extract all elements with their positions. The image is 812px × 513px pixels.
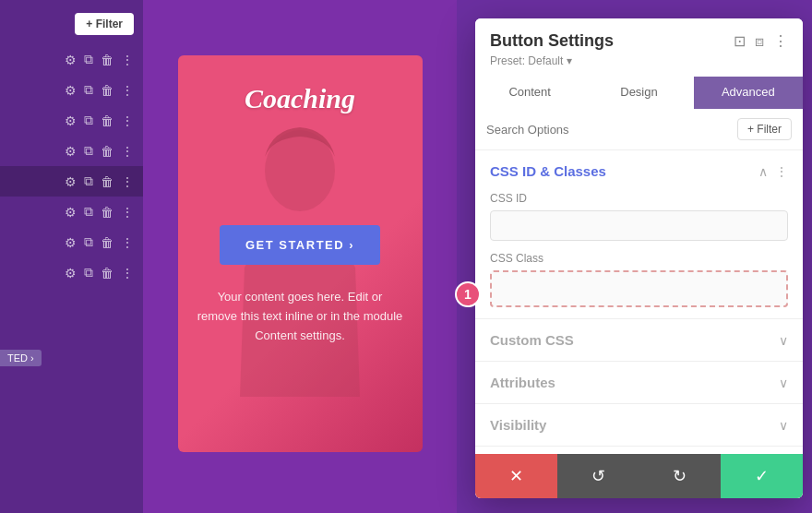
- settings-icon-4[interactable]: ⚙: [65, 144, 77, 159]
- more-icon-8[interactable]: ⋮: [121, 266, 134, 280]
- section-attributes-header[interactable]: Attributes ∨: [475, 362, 803, 403]
- section-css-id-classes: CSS ID & Classes ∧ ⋮ CSS ID CSS Class: [475, 150, 803, 319]
- expand-custom-css-icon[interactable]: ∨: [779, 333, 788, 348]
- tab-content[interactable]: Content: [475, 77, 584, 109]
- section-custom-css: Custom CSS ∨: [475, 319, 803, 362]
- trash-icon-4[interactable]: 🗑: [101, 144, 113, 159]
- trash-icon-6[interactable]: 🗑: [101, 205, 113, 220]
- expand-attributes-icon[interactable]: ∨: [779, 376, 788, 390]
- sidebar-row-5: ⚙ ⧉ 🗑 ⋮: [0, 166, 143, 197]
- settings-icon-8[interactable]: ⚙: [65, 266, 77, 280]
- left-sidebar: + Filter ⚙ ⧉ 🗑 ⋮ ⚙ ⧉ 🗑 ⋮ ⚙ ⧉ 🗑 ⋮ ⚙ ⧉ 🗑 ⋮…: [0, 0, 143, 513]
- more-icon-1[interactable]: ⋮: [121, 53, 134, 67]
- settings-icon-2[interactable]: ⚙: [65, 83, 77, 98]
- section-visibility-actions: ∨: [779, 418, 788, 433]
- undo-button[interactable]: ↺: [557, 454, 639, 498]
- settings-icon-7[interactable]: ⚙: [65, 235, 77, 250]
- copy-icon-3[interactable]: ⧉: [84, 113, 93, 128]
- preset-label[interactable]: Preset: Default ▾: [490, 54, 788, 67]
- trash-icon-7[interactable]: 🗑: [101, 235, 113, 250]
- panel-toolbar: ✕ ↺ ↻ ✓: [475, 454, 803, 498]
- panel-tabs: Content Design Advanced: [475, 77, 803, 109]
- more-icon-6[interactable]: ⋮: [121, 205, 134, 220]
- sidebar-row-4: ⚙ ⧉ 🗑 ⋮: [0, 136, 143, 166]
- section-css-id-classes-actions: ∧ ⋮: [758, 164, 788, 179]
- settings-icon-3[interactable]: ⚙: [65, 113, 77, 128]
- section-attributes-actions: ∨: [779, 376, 788, 390]
- css-id-input[interactable]: [490, 210, 788, 241]
- panel-body: CSS ID & Classes ∧ ⋮ CSS ID CSS Class Cu…: [475, 150, 803, 454]
- search-input[interactable]: [486, 123, 730, 137]
- panel-header: Button Settings ⊡ ⧈ ⋮ Preset: Default ▾: [475, 18, 803, 77]
- copy-icon-8[interactable]: ⧉: [84, 265, 93, 280]
- section-css-id-classes-title: CSS ID & Classes: [490, 163, 606, 179]
- expand-visibility-icon[interactable]: ∨: [779, 418, 788, 433]
- copy-icon-5[interactable]: ⧉: [84, 173, 93, 189]
- sidebar-row-2: ⚙ ⧉ 🗑 ⋮: [0, 75, 143, 105]
- section-attributes-title: Attributes: [490, 375, 555, 390]
- css-id-label: CSS ID: [490, 192, 788, 205]
- more-icon-4[interactable]: ⋮: [121, 144, 134, 159]
- coaching-card: Coaching GET STARTED › Your content goes…: [178, 55, 423, 452]
- panel-header-icons: ⊡ ⧈ ⋮: [734, 32, 788, 50]
- tab-design[interactable]: Design: [584, 77, 693, 109]
- trash-icon-1[interactable]: 🗑: [101, 53, 113, 67]
- copy-icon-6[interactable]: ⧉: [84, 204, 93, 220]
- section-more-icon[interactable]: ⋮: [775, 164, 788, 179]
- more-icon-7[interactable]: ⋮: [121, 235, 134, 250]
- copy-icon-2[interactable]: ⧉: [84, 82, 93, 98]
- more-icon-3[interactable]: ⋮: [121, 113, 134, 128]
- settings-icon-5[interactable]: ⚙: [65, 174, 77, 189]
- active-row-label: TED ›: [0, 350, 42, 366]
- expand-icon[interactable]: ⊡: [734, 32, 746, 50]
- css-class-field-group: CSS Class: [475, 252, 803, 318]
- step-indicator: 1: [455, 281, 481, 307]
- get-started-button[interactable]: GET STARTED ›: [220, 225, 380, 265]
- sidebar-filter-button[interactable]: + Filter: [75, 13, 134, 35]
- sidebar-row-7: ⚙ ⧉ 🗑 ⋮: [0, 227, 143, 257]
- section-custom-css-title: Custom CSS: [490, 332, 574, 348]
- main-content-area: Coaching GET STARTED › Your content goes…: [143, 0, 457, 513]
- split-icon[interactable]: ⧈: [755, 33, 764, 50]
- sidebar-row-6: ⚙ ⧉ 🗑 ⋮: [0, 197, 143, 227]
- panel-title: Button Settings: [490, 31, 614, 51]
- cancel-button[interactable]: ✕: [475, 454, 557, 498]
- sidebar-row-3: ⚙ ⧉ 🗑 ⋮: [0, 105, 143, 136]
- more-options-icon[interactable]: ⋮: [773, 32, 788, 50]
- trash-icon-5[interactable]: 🗑: [101, 174, 113, 189]
- filter-bar: + Filter: [0, 7, 143, 44]
- tab-advanced[interactable]: Advanced: [694, 77, 803, 109]
- settings-icon-1[interactable]: ⚙: [65, 53, 77, 67]
- sidebar-row-8: ⚙ ⧉ 🗑 ⋮: [0, 257, 143, 288]
- confirm-button[interactable]: ✓: [721, 454, 803, 498]
- css-class-label: CSS Class: [490, 252, 788, 265]
- settings-icon-6[interactable]: ⚙: [65, 205, 77, 220]
- copy-icon-7[interactable]: ⧉: [84, 234, 93, 250]
- more-icon-5[interactable]: ⋮: [121, 174, 134, 189]
- section-visibility-title: Visibility: [490, 417, 546, 433]
- section-visibility-header[interactable]: Visibility ∨: [475, 404, 803, 446]
- css-id-field-group: CSS ID: [475, 192, 803, 252]
- trash-icon-3[interactable]: 🗑: [101, 113, 113, 128]
- search-filter-button[interactable]: + Filter: [737, 118, 792, 140]
- collapse-icon[interactable]: ∧: [758, 164, 768, 179]
- sidebar-row-1: ⚙ ⧉ 🗑 ⋮: [0, 44, 143, 75]
- section-css-id-classes-header[interactable]: CSS ID & Classes ∧ ⋮: [475, 150, 803, 192]
- copy-icon-1[interactable]: ⧉: [84, 52, 93, 67]
- redo-button[interactable]: ↻: [639, 454, 722, 498]
- trash-icon-2[interactable]: 🗑: [101, 83, 113, 98]
- section-attributes: Attributes ∨: [475, 362, 803, 404]
- button-settings-panel: Button Settings ⊡ ⧈ ⋮ Preset: Default ▾ …: [475, 18, 803, 498]
- copy-icon-4[interactable]: ⧉: [84, 143, 93, 159]
- more-icon-2[interactable]: ⋮: [121, 83, 134, 98]
- coaching-card-title: Coaching: [245, 83, 355, 114]
- search-bar: + Filter: [475, 109, 803, 150]
- coaching-card-body: Your content goes here. Edit or remove t…: [197, 288, 404, 345]
- section-visibility: Visibility ∨: [475, 404, 803, 447]
- trash-icon-8[interactable]: 🗑: [101, 266, 113, 280]
- section-custom-css-header[interactable]: Custom CSS ∨: [475, 319, 803, 361]
- css-class-input[interactable]: [490, 270, 788, 307]
- section-custom-css-actions: ∨: [779, 333, 788, 348]
